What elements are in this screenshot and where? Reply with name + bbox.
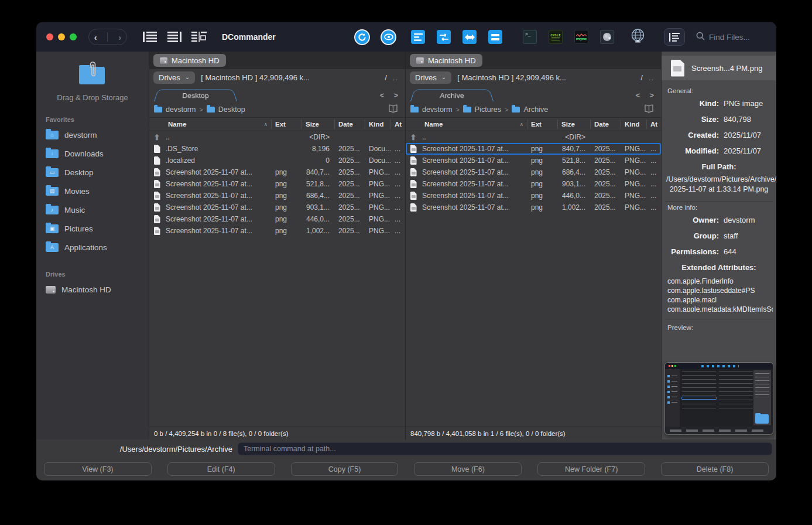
- breadcrumb: devstorm > Desktop: [149, 101, 405, 117]
- breadcrumb-item[interactable]: Pictures: [463, 105, 501, 114]
- swap-panels-button[interactable]: [437, 30, 451, 44]
- edit-f4-button[interactable]: Edit (F4): [167, 462, 275, 476]
- show-hidden-files-eye-button[interactable]: [381, 29, 396, 45]
- column-header-ext[interactable]: Ext: [527, 120, 557, 129]
- file-row[interactable]: Screenshot 2025-11-07 at... png 521,8...…: [149, 178, 405, 190]
- left-pane: Macintosh HD Drives ⌄ [ Macintosh HD ] 4…: [149, 52, 405, 439]
- forward-button[interactable]: ›: [118, 33, 121, 42]
- paperclip-icon: [88, 62, 98, 80]
- breadcrumb-item[interactable]: Archive: [512, 105, 548, 114]
- column-header-ext[interactable]: Ext: [271, 120, 301, 129]
- column-header-name[interactable]: Name ∧: [421, 120, 527, 129]
- column-header-size[interactable]: Size: [301, 120, 334, 129]
- activity-monitor-button[interactable]: [574, 30, 588, 44]
- volume-info: [ Macintosh HD ] 42,909,496 k...: [457, 73, 635, 82]
- refresh-button[interactable]: [354, 29, 370, 45]
- drives-dropdown[interactable]: Drives ⌄: [153, 71, 195, 84]
- horizontal-split-button[interactable]: [462, 30, 477, 44]
- file-row[interactable]: Screenshot 2025-11-07 at... png 446,0...…: [406, 190, 661, 202]
- column-header-kind[interactable]: Kind: [365, 120, 390, 129]
- sidebar-item-desktop[interactable]: ▭ Desktop: [36, 163, 149, 182]
- file-row[interactable]: Screenshot 2025-11-07 at... png 686,4...…: [149, 190, 405, 202]
- equal-panels-button[interactable]: [488, 30, 502, 44]
- tab-archive[interactable]: Archive: [410, 89, 494, 101]
- file-row[interactable]: Screenshot 2025-11-07 at... png 840,7...…: [149, 166, 405, 178]
- file-row[interactable]: Screenshot 2025-11-07 at... png 521,8...…: [406, 155, 661, 166]
- column-header-date[interactable]: Date: [334, 120, 365, 129]
- prev-tab-button[interactable]: <: [636, 91, 640, 100]
- file-row[interactable]: ⬆ .. <DIR>: [149, 131, 405, 143]
- next-tab-button[interactable]: >: [393, 91, 398, 100]
- column-header-kind[interactable]: Kind: [621, 120, 646, 129]
- terminal-button[interactable]: >_: [523, 30, 537, 44]
- file-row[interactable]: Screenshot 2025-11-07 at... png 686,4...…: [406, 166, 661, 178]
- file-row-selected[interactable]: Screenshot 2025-11-07 at... png 840,7...…: [406, 143, 661, 155]
- file-row[interactable]: .DS_Store 8,196 2025... Docu... ...: [149, 143, 405, 155]
- column-header-date[interactable]: Date: [590, 120, 621, 129]
- zoom-window-button[interactable]: [70, 33, 77, 40]
- move-f6-button[interactable]: Move (F6): [414, 462, 522, 476]
- bookmarks-icon[interactable]: [644, 104, 654, 115]
- folder-icon: [154, 107, 162, 112]
- breadcrumb-item[interactable]: devstorm: [410, 105, 452, 114]
- goto-root-button[interactable]: /: [385, 73, 387, 82]
- console-button[interactable]: C﻿NS﻿LE: [549, 30, 563, 44]
- sidebar-item-macintosh-hd[interactable]: Macintosh HD: [36, 280, 149, 299]
- home-folder-icon: ⌂: [46, 131, 59, 139]
- next-tab-button[interactable]: >: [649, 91, 654, 100]
- view-f3-button[interactable]: View (F3): [44, 462, 152, 476]
- sidebar-item-pictures[interactable]: ▣ Pictures: [36, 219, 149, 238]
- info-panel: Screensh...4 PM.png General: Kind:PNG im…: [661, 52, 776, 439]
- terminal-command-input[interactable]: [238, 442, 772, 455]
- chevron-down-icon: ⌄: [441, 74, 446, 80]
- drive-chip-button[interactable]: Macintosh HD: [153, 54, 226, 67]
- permissions-value: 644: [724, 247, 773, 256]
- goto-parent-button[interactable]: ..: [649, 73, 654, 82]
- minimize-window-button[interactable]: [58, 33, 65, 40]
- sidebar-item-devstorm[interactable]: ⌂ devstorm: [36, 125, 149, 144]
- column-header-at[interactable]: At: [390, 120, 405, 129]
- column-header-size[interactable]: Size: [557, 120, 590, 129]
- list-view-left-icon[interactable]: [142, 30, 157, 43]
- image-file-icon: [154, 215, 160, 223]
- goto-root-button[interactable]: /: [640, 73, 643, 82]
- folder-icon: [207, 107, 215, 112]
- copy-f5-button[interactable]: Copy (F5): [291, 462, 399, 476]
- close-window-button[interactable]: [46, 33, 53, 40]
- sidebar-item-movies[interactable]: ▤ Movies: [36, 182, 149, 200]
- tab-desktop[interactable]: Desktop: [154, 89, 237, 101]
- file-row[interactable]: Screenshot 2025-11-07 at... png 1,002...…: [149, 225, 405, 237]
- new-folder-f7-button[interactable]: New Folder (F7): [537, 462, 645, 476]
- drag-drop-storage[interactable]: Drag & Drop Storage: [36, 60, 149, 102]
- breadcrumb-item[interactable]: Desktop: [207, 105, 245, 114]
- file-row[interactable]: Screenshot 2025-11-07 at... png 903,1...…: [406, 178, 661, 190]
- image-file-icon: [410, 192, 417, 200]
- bookmarks-icon[interactable]: [388, 104, 398, 115]
- column-header-at[interactable]: At: [646, 120, 661, 129]
- column-settings-button[interactable]: [411, 30, 425, 44]
- split-view-icon[interactable]: [191, 30, 207, 43]
- goto-parent-button[interactable]: ..: [393, 73, 398, 82]
- file-row[interactable]: .localized 0 2025... Docu... ...: [149, 155, 405, 166]
- file-row[interactable]: Screenshot 2025-11-07 at... png 903,1...…: [149, 202, 405, 213]
- delete-f8-button[interactable]: Delete (F8): [661, 462, 769, 476]
- sidebar-item-music[interactable]: ♪ Music: [36, 200, 149, 219]
- sidebar-item-downloads[interactable]: ↓ Downloads: [36, 144, 149, 163]
- sort-options-button[interactable]: [664, 28, 685, 46]
- file-row[interactable]: ⬆ .. <DIR>: [406, 131, 661, 143]
- drives-dropdown[interactable]: Drives ⌄: [410, 71, 451, 84]
- disk-utility-button[interactable]: [600, 30, 614, 44]
- find-files-input[interactable]: [709, 33, 773, 42]
- file-row[interactable]: Screenshot 2025-11-07 at... png 1,002...…: [406, 202, 661, 213]
- back-button[interactable]: ‹: [94, 33, 97, 42]
- prev-tab-button[interactable]: <: [380, 91, 385, 100]
- folder-icon: [463, 107, 471, 112]
- file-row[interactable]: Screenshot 2025-11-07 at... png 446,0...…: [149, 213, 405, 225]
- column-header-name[interactable]: Name ∧: [165, 120, 271, 129]
- breadcrumb-item[interactable]: devstorm: [154, 105, 196, 114]
- drive-chip-button[interactable]: Macintosh HD: [410, 54, 482, 67]
- chevron-down-icon: ⌄: [185, 74, 190, 80]
- list-view-right-icon[interactable]: [167, 30, 182, 43]
- network-globe-button[interactable]: [630, 28, 646, 46]
- sidebar-item-applications[interactable]: A Applications: [36, 238, 149, 257]
